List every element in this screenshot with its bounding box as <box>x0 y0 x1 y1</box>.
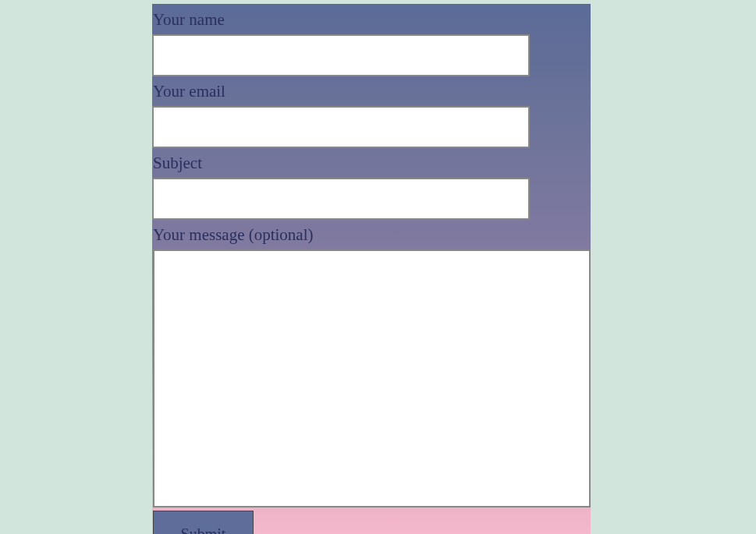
message-textarea[interactable] <box>154 250 590 507</box>
email-input[interactable] <box>153 107 529 147</box>
email-label: Your email <box>152 76 591 107</box>
name-label: Your name <box>152 4 591 35</box>
name-field-group: Your name <box>152 4 591 76</box>
name-input[interactable] <box>153 35 529 76</box>
message-label: Your message (optional) <box>152 219 591 250</box>
message-field-group: Your message (optional) <box>152 219 591 510</box>
contact-form: Your name Your email Subject Your messag… <box>152 4 591 534</box>
email-field-group: Your email <box>152 76 591 147</box>
subject-input[interactable] <box>153 179 529 219</box>
submit-button[interactable]: Submit <box>153 511 254 534</box>
subject-field-group: Subject <box>152 147 591 219</box>
subject-label: Subject <box>152 147 591 179</box>
